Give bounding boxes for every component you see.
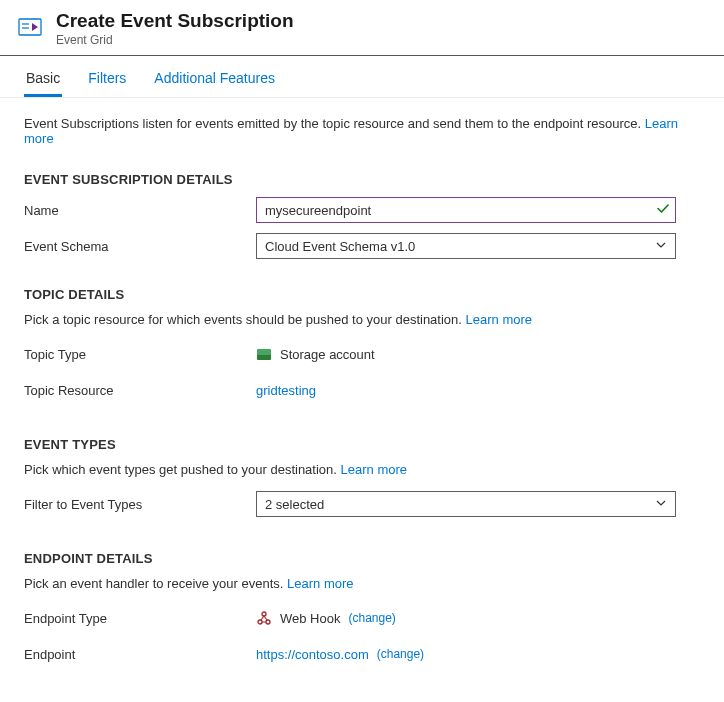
section-title-topic: TOPIC DETAILS — [24, 287, 700, 302]
chevron-down-icon — [655, 239, 667, 254]
svg-point-4 — [262, 612, 266, 616]
label-endpoint: Endpoint — [24, 647, 256, 662]
row-event-schema: Event Schema Cloud Event Schema v1.0 — [24, 233, 700, 259]
section-title-subscription: EVENT SUBSCRIPTION DETAILS — [24, 172, 700, 187]
event-schema-select[interactable]: Cloud Event Schema v1.0 — [256, 233, 676, 259]
label-endpoint-type: Endpoint Type — [24, 611, 256, 626]
event-types-desc-text: Pick which event types get pushed to you… — [24, 462, 341, 477]
section-title-endpoint: ENDPOINT DETAILS — [24, 551, 700, 566]
row-topic-resource: Topic Resource gridtesting — [24, 377, 700, 403]
tab-additional-features[interactable]: Additional Features — [152, 64, 277, 97]
section-subscription-details: EVENT SUBSCRIPTION DETAILS Name Event Sc… — [24, 172, 700, 259]
endpoint-type-value: Web Hook — [280, 611, 340, 626]
filter-event-types-select[interactable]: 2 selected — [256, 491, 676, 517]
label-name: Name — [24, 203, 256, 218]
endpoint-desc-text: Pick an event handler to receive your ev… — [24, 576, 287, 591]
chevron-down-icon — [655, 497, 667, 512]
name-input[interactable] — [256, 197, 676, 223]
label-filter-event-types: Filter to Event Types — [24, 497, 256, 512]
endpoint-learn-more-link[interactable]: Learn more — [287, 576, 353, 591]
svg-marker-3 — [32, 23, 38, 31]
topic-resource-link[interactable]: gridtesting — [256, 383, 316, 398]
label-event-schema: Event Schema — [24, 239, 256, 254]
endpoint-type-change-link[interactable]: (change) — [348, 611, 395, 625]
intro-text: Event Subscriptions listen for events em… — [24, 116, 700, 146]
content-area: Event Subscriptions listen for events em… — [0, 98, 724, 702]
service-subtitle: Event Grid — [56, 33, 294, 47]
tab-basic[interactable]: Basic — [24, 64, 62, 97]
filter-event-types-value: 2 selected — [265, 497, 324, 512]
event-grid-icon — [16, 14, 44, 42]
section-endpoint-details: ENDPOINT DETAILS Pick an event handler t… — [24, 551, 700, 667]
section-topic-details: TOPIC DETAILS Pick a topic resource for … — [24, 287, 700, 403]
page-title: Create Event Subscription — [56, 10, 294, 32]
endpoint-url-link[interactable]: https://contoso.com — [256, 647, 369, 662]
endpoint-change-link[interactable]: (change) — [377, 647, 424, 661]
row-name: Name — [24, 197, 700, 223]
blade-header: Create Event Subscription Event Grid — [0, 0, 724, 56]
event-types-desc: Pick which event types get pushed to you… — [24, 462, 700, 477]
section-event-types: EVENT TYPES Pick which event types get p… — [24, 437, 700, 517]
webhook-icon — [256, 610, 272, 626]
storage-account-icon — [256, 346, 272, 362]
topic-learn-more-link[interactable]: Learn more — [466, 312, 532, 327]
svg-point-5 — [258, 620, 262, 624]
tab-bar: Basic Filters Additional Features — [0, 56, 724, 98]
label-topic-resource: Topic Resource — [24, 383, 256, 398]
row-endpoint: Endpoint https://contoso.com (change) — [24, 641, 700, 667]
section-title-event-types: EVENT TYPES — [24, 437, 700, 452]
row-endpoint-type: Endpoint Type Web Hook (change) — [24, 605, 700, 631]
row-filter-event-types: Filter to Event Types 2 selected — [24, 491, 700, 517]
event-types-learn-more-link[interactable]: Learn more — [341, 462, 407, 477]
topic-desc-text: Pick a topic resource for which events s… — [24, 312, 466, 327]
event-schema-value: Cloud Event Schema v1.0 — [265, 239, 415, 254]
tab-filters[interactable]: Filters — [86, 64, 128, 97]
label-topic-type: Topic Type — [24, 347, 256, 362]
topic-type-value: Storage account — [280, 347, 375, 362]
svg-point-6 — [266, 620, 270, 624]
topic-desc: Pick a topic resource for which events s… — [24, 312, 700, 327]
intro-body: Event Subscriptions listen for events em… — [24, 116, 645, 131]
endpoint-desc: Pick an event handler to receive your ev… — [24, 576, 700, 591]
row-topic-type: Topic Type Storage account — [24, 341, 700, 367]
